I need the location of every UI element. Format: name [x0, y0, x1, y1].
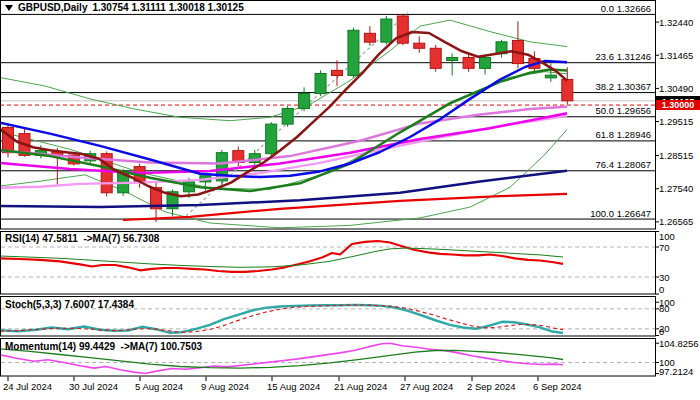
scale-label: 100: [659, 231, 675, 242]
price-axis-label: 1.32440: [659, 17, 693, 28]
date-axis-label: 30 Jul 2024: [69, 381, 118, 392]
scale-label: 104.8256: [659, 338, 699, 349]
candle-body: [447, 57, 458, 60]
scale-label: 97.2124: [659, 366, 693, 377]
date-axis-label: 24 Jul 2024: [3, 381, 52, 392]
price-axis-label: 1.27540: [659, 183, 693, 194]
date-axis-label: 9 Aug 2024: [201, 381, 249, 392]
price-axis-label: 1.30490: [659, 83, 693, 94]
candle-body: [299, 94, 310, 109]
candle-body: [266, 124, 277, 154]
scale-label: 70: [659, 242, 670, 253]
candle-body: [480, 57, 491, 68]
fib-label: 76.4 1.28067: [596, 159, 651, 170]
candle-body: [545, 75, 556, 78]
mt4-chart-window: 0.0 1.3266623.6 1.3124638.2 1.3036750.0 …: [0, 0, 700, 400]
fib-label: 38.2 1.30367: [596, 81, 651, 92]
date-axis-label: 5 Aug 2024: [135, 381, 183, 392]
candle-body: [315, 73, 326, 93]
candle-body: [364, 33, 375, 42]
chart-canvas[interactable]: 0.0 1.3266623.6 1.3124638.2 1.3036750.0 …: [0, 0, 700, 400]
fib-label: 0.0 1.32666: [601, 3, 651, 14]
scale-label: 80: [659, 303, 670, 314]
candle-body: [397, 16, 408, 43]
candle-body: [332, 70, 343, 75]
price-axis-label: 1.31465: [659, 50, 693, 61]
scale-label: 30: [659, 272, 670, 283]
fib-label: 100.0 1.26647: [590, 208, 651, 219]
fib-label: 23.6 1.31246: [596, 51, 651, 62]
candle-body: [348, 30, 359, 75]
candle-body: [381, 19, 392, 42]
date-axis-label: 21 Aug 2024: [334, 381, 387, 392]
candle-body: [562, 79, 573, 100]
date-axis-label: 15 Aug 2024: [267, 381, 320, 392]
candle-body: [282, 108, 293, 124]
date-axis-label: 27 Aug 2024: [400, 381, 453, 392]
date-axis-label: 6 Sep 2024: [533, 381, 582, 392]
candle-body: [414, 43, 425, 48]
price-axis-label: 1.29515: [659, 116, 693, 127]
candle-body: [463, 57, 474, 68]
scale-label: 0: [659, 326, 664, 337]
alert-price-tag[interactable]: 1.30000: [656, 100, 700, 110]
price-axis-label: 1.28515: [659, 150, 693, 161]
scale-label: 0: [659, 284, 664, 295]
fib-label: 61.8 1.28946: [596, 129, 651, 140]
date-axis-label: 2 Sep 2024: [467, 381, 516, 392]
fib-label: 50.0 1.29656: [596, 105, 651, 116]
price-axis-label: 1.26565: [659, 216, 693, 227]
candle-body: [430, 48, 441, 68]
